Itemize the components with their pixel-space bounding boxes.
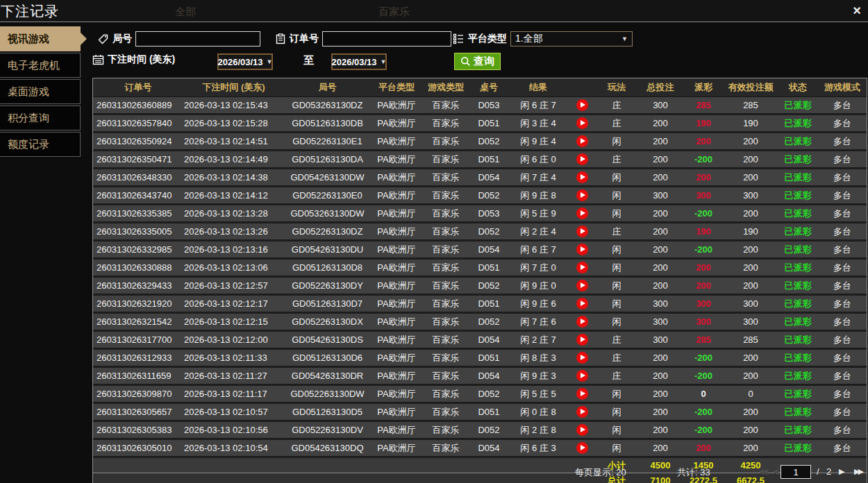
replay-button[interactable] — [576, 226, 588, 237]
sidebar-item-1[interactable]: 电子老虎机 — [0, 53, 81, 78]
cell-time: 2026-03-13 02:14:12 — [183, 187, 284, 205]
result-cell-icon — [568, 259, 596, 277]
cell-mode: 多台 — [818, 223, 867, 241]
cell-order: 260313026360889 — [93, 97, 183, 115]
replay-button[interactable] — [576, 117, 588, 129]
cell-valid: 0 — [724, 385, 778, 403]
cell-payout: 300 — [683, 187, 724, 205]
replay-button[interactable] — [576, 153, 588, 165]
table-row: 2603130263098702026-03-13 02:11:17GD0522… — [93, 385, 867, 403]
cell-platform: PA欧洲厅 — [371, 313, 422, 331]
first-page-button[interactable]: ◀◀ — [758, 467, 766, 476]
cell-round: GD051263130DB — [284, 115, 371, 133]
cell-mode: 多台 — [818, 295, 867, 313]
cell-order: 260313026329433 — [93, 277, 183, 295]
cell-order: 260313026335005 — [93, 223, 183, 241]
cell-status: 已派彩 — [778, 385, 818, 403]
cell-platform: PA欧洲厅 — [371, 439, 422, 457]
list-icon — [453, 33, 465, 44]
replay-button[interactable] — [576, 171, 588, 183]
cell-valid: 285 — [724, 97, 778, 115]
cell-status: 已派彩 — [778, 205, 818, 223]
cell-platform: PA欧洲厅 — [371, 115, 422, 133]
replay-button[interactable] — [576, 370, 588, 382]
date-from-value: 2026/03/13 — [218, 57, 263, 67]
close-icon[interactable]: × — [853, 3, 861, 18]
round-filter: 局号 — [97, 31, 260, 46]
cell-platform: PA欧洲厅 — [371, 133, 422, 151]
replay-button[interactable] — [576, 207, 588, 219]
order-input[interactable] — [322, 31, 451, 46]
cell-game: 百家乐 — [422, 187, 469, 205]
cell-round: GD052263130DZ — [284, 223, 371, 241]
replay-button[interactable] — [576, 334, 588, 346]
cell-time: 2026-03-13 02:11:17 — [183, 385, 284, 403]
cell-play: 闲 — [596, 169, 637, 187]
cell-play: 闲 — [596, 205, 637, 223]
replay-button[interactable] — [576, 99, 588, 111]
cell-platform: PA欧洲厅 — [371, 295, 422, 313]
result-cell-icon — [568, 403, 596, 421]
cell-bet: 300 — [637, 97, 683, 115]
replay-button[interactable] — [576, 442, 588, 454]
cell-game: 百家乐 — [422, 259, 469, 277]
cell-result: 闲 9 庄 6 — [508, 295, 568, 313]
cell-table_no: D054 — [469, 331, 508, 349]
search-button[interactable]: 查询 — [454, 53, 501, 70]
table-row: 2603130263129332026-03-13 02:11:33GD0512… — [93, 349, 867, 367]
replay-button[interactable] — [576, 316, 588, 328]
table-row: 2603130263483302026-03-13 02:14:38GD0542… — [93, 169, 867, 187]
cell-platform: PA欧洲厅 — [371, 223, 422, 241]
cell-result: 闲 8 庄 3 — [508, 349, 568, 367]
cell-result: 闲 5 庄 5 — [508, 385, 568, 403]
cell-table_no: D051 — [469, 259, 508, 277]
cell-table_no: D052 — [469, 187, 508, 205]
cell-result: 闲 7 庄 0 — [508, 259, 568, 277]
cell-table_no: D052 — [469, 223, 508, 241]
replay-button[interactable] — [576, 262, 588, 273]
replay-button[interactable] — [576, 244, 588, 255]
cell-mode: 多台 — [818, 385, 867, 403]
cell-bet: 200 — [637, 421, 683, 439]
sidebar-item-0[interactable]: 视讯游戏 — [0, 26, 81, 51]
date-from-picker[interactable]: 2026/03/13 ▼ — [217, 53, 273, 70]
per-page-indicator: 每页显示: 20 — [575, 466, 626, 479]
cell-time: 2026-03-13 02:12:17 — [183, 295, 284, 313]
table-row: 2603130263050102026-03-13 02:10:54GD0542… — [93, 439, 867, 457]
cell-mode: 多台 — [818, 205, 867, 223]
next-page-button[interactable]: ▶ — [839, 467, 842, 476]
replay-button[interactable] — [576, 189, 588, 201]
replay-button[interactable] — [576, 388, 588, 400]
date-to-picker[interactable]: 2026/03/13 ▼ — [331, 53, 387, 70]
replay-button[interactable] — [576, 352, 588, 364]
subtotal-row: 小计450014504250 — [93, 457, 867, 473]
sidebar-item-4[interactable]: 额度记录 — [0, 132, 81, 157]
replay-button[interactable] — [576, 280, 588, 291]
round-input[interactable] — [135, 31, 260, 46]
platform-select[interactable]: 1.全部 ▼ — [510, 31, 633, 46]
cell-table_no: D051 — [469, 295, 508, 313]
cell-time: 2026-03-13 02:12:57 — [183, 277, 284, 295]
sidebar-item-2[interactable]: 桌面游戏 — [0, 79, 81, 104]
table-row: 2603130263056572026-03-13 02:10:57GD0512… — [93, 403, 867, 421]
cell-mode: 多台 — [818, 331, 867, 349]
sidebar-item-3[interactable]: 积分查询 — [0, 105, 81, 130]
column-header: 游戏类型 — [422, 78, 469, 97]
cell-platform: PA欧洲厅 — [371, 169, 422, 187]
cell-order: 260313026332985 — [93, 241, 183, 259]
cell-bet: 200 — [637, 205, 683, 223]
result-cell-icon — [568, 277, 596, 295]
page-input[interactable] — [781, 465, 811, 479]
replay-button[interactable] — [576, 298, 588, 310]
cell-play: 庄 — [596, 223, 637, 241]
last-page-button[interactable]: ▶▶ — [854, 467, 862, 476]
cell-order: 260313026357840 — [93, 115, 183, 133]
prev-page-button[interactable]: ◀ — [772, 467, 776, 476]
cell-order: 260313026309870 — [93, 385, 183, 403]
replay-button[interactable] — [576, 406, 588, 418]
cell-round: GD052263130DX — [284, 313, 371, 331]
replay-button[interactable] — [576, 135, 588, 147]
result-cell-icon — [568, 439, 596, 457]
replay-button[interactable] — [576, 424, 588, 436]
table-row: 2603130263608892026-03-13 02:15:43GD0532… — [93, 97, 867, 115]
